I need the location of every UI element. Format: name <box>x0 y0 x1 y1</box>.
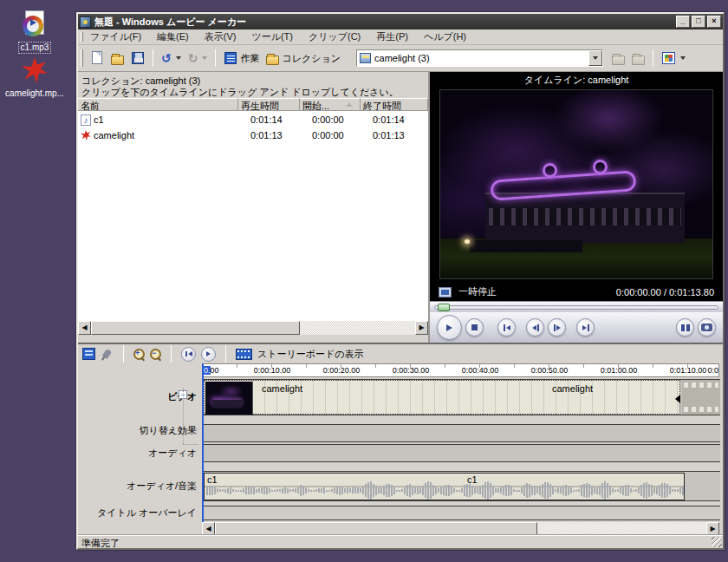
open-folder-icon <box>111 56 124 65</box>
skip-back-icon <box>506 325 510 330</box>
desktop-icon-c1-mp3[interactable]: c1.mp3 <box>2 10 68 54</box>
collection-hscrollbar[interactable]: ◀ ▶ <box>78 321 428 335</box>
menu-tools[interactable]: ツール(T) <box>250 29 295 44</box>
scroll-thumb[interactable] <box>215 522 537 536</box>
audio-music-track[interactable]: c1 c1 <box>202 471 720 501</box>
menu-clip[interactable]: クリップ(C) <box>307 29 362 44</box>
seek-thumb[interactable] <box>438 304 450 311</box>
scene-diner <box>485 193 685 243</box>
chevron-down-icon <box>202 56 207 60</box>
scroll-left-arrow[interactable]: ◀ <box>78 321 91 335</box>
views-button[interactable] <box>658 48 689 69</box>
title-overlay-track[interactable] <box>202 506 720 520</box>
video-preview[interactable] <box>439 89 713 279</box>
menu-view[interactable]: 表示(V) <box>203 29 238 44</box>
collections-button[interactable]: コレクション <box>263 48 344 69</box>
show-storyboard-button[interactable]: ストーリーボードの表示 <box>257 348 364 361</box>
next-frame-button[interactable] <box>576 318 595 337</box>
previous-frame-button[interactable] <box>497 318 516 337</box>
minimize-button[interactable]: _ <box>676 16 690 28</box>
toolbar-separator <box>171 345 172 363</box>
desktop-icon-label[interactable]: c1.mp3 <box>18 42 52 54</box>
save-project-button[interactable] <box>127 48 148 69</box>
up-one-level-button[interactable] <box>608 48 628 69</box>
chevron-down-icon[interactable] <box>176 56 181 60</box>
menu-help[interactable]: ヘルプ(H) <box>422 29 468 44</box>
combobox-drop-button[interactable] <box>588 50 602 66</box>
storyboard-icon <box>236 349 252 360</box>
scene-headlight <box>465 239 470 244</box>
menu-play[interactable]: 再生(P) <box>374 29 410 44</box>
seek-bar[interactable] <box>434 305 718 310</box>
clip-list[interactable]: ♪c1 0:01:14 0:00:00 0:01:14 camelight 0:… <box>78 111 428 321</box>
toolbar-separator <box>225 345 226 363</box>
fullscreen-icon[interactable] <box>439 287 452 297</box>
menu-grip[interactable] <box>81 32 83 42</box>
transition-track[interactable] <box>202 424 720 442</box>
maximize-button[interactable]: □ <box>692 16 705 28</box>
resize-grip[interactable] <box>712 537 722 547</box>
open-project-button[interactable] <box>107 48 127 69</box>
rewind-timeline-button[interactable] <box>181 347 196 362</box>
redo-button[interactable]: ↻ <box>185 48 211 69</box>
track-label-transition: 切り替え効果 <box>139 424 197 437</box>
zoom-out-button[interactable]: − <box>150 349 161 360</box>
trim-handle-icon[interactable] <box>675 395 680 403</box>
track-label-audio: オーディオ <box>148 447 197 460</box>
audio-track[interactable] <box>202 444 720 462</box>
scroll-left-arrow[interactable]: ◀ <box>202 522 215 536</box>
up-folder-icon <box>612 56 625 65</box>
toolbar-separator <box>215 49 216 67</box>
ruler-label-start: 0.00 <box>204 366 219 375</box>
skip-forward-icon <box>582 325 587 330</box>
desktop-icon-camelight[interactable]: camelight.mp... <box>2 56 68 99</box>
step-back-button[interactable] <box>526 318 544 337</box>
undo-button[interactable]: ↺ <box>158 48 185 69</box>
timeline-icon[interactable] <box>82 348 95 360</box>
tasks-button[interactable]: 作業 <box>220 48 263 69</box>
scroll-right-arrow[interactable]: ▶ <box>415 321 428 335</box>
preview-title: タイムライン: camelight <box>430 72 723 86</box>
play-timeline-button[interactable] <box>201 347 216 362</box>
audio-waveform <box>206 482 682 499</box>
scroll-thumb[interactable] <box>91 321 300 335</box>
collection-pane: コレクション: camelight (3) クリップを下のタイムラインにドラッグ… <box>78 72 430 343</box>
track-label-title-overlay: タイトル オーバーレイ <box>97 506 197 520</box>
title-bar[interactable]: 無題 - Windows ムービー メーカー _ □ × <box>78 14 723 29</box>
zoom-in-button[interactable]: + <box>133 349 145 360</box>
ruler-label: 0:00:10.00 <box>254 366 291 375</box>
timeline-hscrollbar[interactable]: ◀ ▶ <box>202 522 719 536</box>
playhead-indicator[interactable] <box>202 363 204 522</box>
play-button[interactable] <box>437 315 462 340</box>
take-picture-button[interactable] <box>698 318 716 337</box>
microphone-icon[interactable] <box>102 349 112 359</box>
collection-combobox[interactable]: camelight (3) <box>356 49 603 67</box>
column-name[interactable]: 名前 <box>78 98 238 111</box>
stop-button[interactable] <box>465 318 484 337</box>
scene-neon-loop <box>543 163 557 178</box>
column-duration[interactable]: 再生時間 <box>238 98 300 111</box>
scroll-right-arrow[interactable]: ▶ <box>706 522 719 536</box>
timeline-ruler[interactable]: 0.00 0:00:10.00 0:00:20.00 0:00:30.00 0:… <box>202 363 719 377</box>
save-icon <box>132 52 144 64</box>
toolbar-grip[interactable] <box>81 49 83 67</box>
new-project-button[interactable] <box>87 48 107 69</box>
video-clip-camelight[interactable]: camelight camelight <box>204 380 680 415</box>
split-clip-button[interactable] <box>676 318 694 337</box>
audio-clip-c1[interactable]: c1 c1 <box>204 473 685 500</box>
column-end[interactable]: 終了時間 <box>361 98 428 111</box>
camera-icon <box>701 323 712 331</box>
menu-edit[interactable]: 編集(E) <box>155 29 191 44</box>
video-track[interactable]: camelight camelight <box>202 379 720 415</box>
new-collection-button[interactable] <box>628 48 648 69</box>
close-button[interactable]: × <box>707 16 721 28</box>
desktop-icon-label[interactable]: camelight.mp... <box>3 88 66 99</box>
step-forward-button[interactable] <box>548 318 566 337</box>
chevron-down-icon[interactable] <box>680 56 686 60</box>
menu-bar: ファイル(F) 編集(E) 表示(V) ツール(T) クリップ(C) 再生(P)… <box>78 29 723 45</box>
playback-status-row: 一時停止 0:00:00.00 / 0:01:13.80 <box>430 283 723 301</box>
table-row[interactable]: camelight 0:01:13 0:00:00 0:01:13 <box>78 127 428 143</box>
table-row[interactable]: ♪c1 0:01:14 0:00:00 0:01:14 <box>78 112 428 127</box>
menu-file[interactable]: ファイル(F) <box>88 29 143 44</box>
column-start[interactable]: 開始... <box>300 98 361 111</box>
